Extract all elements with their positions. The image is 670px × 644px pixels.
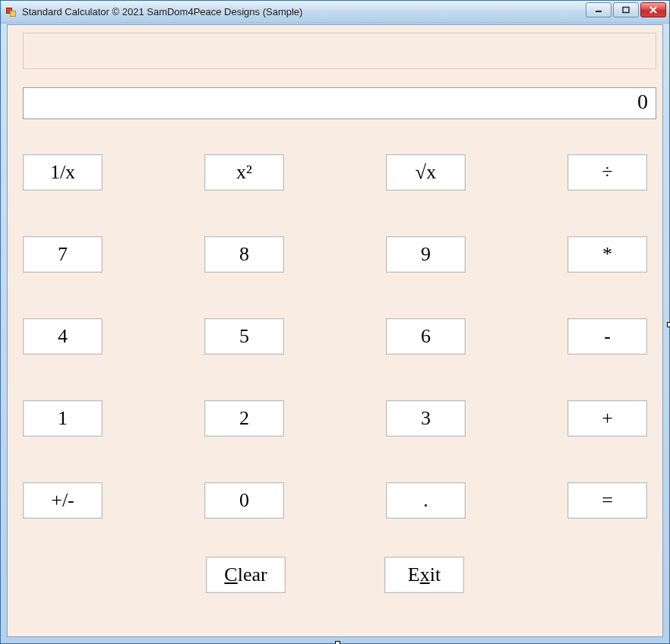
- client-area: 0 1/x x² √x ÷ 7 8 9 * 4 5 6 - 1: [7, 24, 663, 637]
- resize-handle-south[interactable]: [335, 641, 340, 644]
- digit-2-button[interactable]: 2: [204, 400, 284, 437]
- window-controls: [586, 2, 666, 17]
- expression-display: [23, 33, 656, 69]
- digit-4-button[interactable]: 4: [23, 318, 103, 355]
- window-title: Standard Calculator © 2021 SamDom4Peace …: [22, 6, 302, 17]
- subtract-button[interactable]: -: [567, 318, 647, 355]
- app-window: Standard Calculator © 2021 SamDom4Peace …: [0, 0, 670, 644]
- clear-button[interactable]: Clear: [206, 557, 286, 593]
- app-icon: [5, 6, 17, 18]
- decimal-button[interactable]: .: [386, 482, 466, 519]
- digit-6-button[interactable]: 6: [386, 318, 466, 355]
- digit-1-button[interactable]: 1: [23, 400, 103, 437]
- exit-button[interactable]: Exit: [384, 557, 464, 593]
- square-button[interactable]: x²: [204, 154, 284, 191]
- close-button[interactable]: [640, 2, 666, 17]
- digit-5-button[interactable]: 5: [204, 318, 284, 355]
- digit-0-button[interactable]: 0: [204, 482, 284, 519]
- result-display: 0: [23, 87, 656, 119]
- digit-8-button[interactable]: 8: [204, 236, 284, 273]
- svg-rect-1: [623, 8, 629, 13]
- sqrt-button[interactable]: √x: [386, 154, 466, 191]
- resize-handle-east[interactable]: [667, 322, 670, 327]
- divide-button[interactable]: ÷: [567, 154, 647, 191]
- add-button[interactable]: +: [567, 400, 647, 437]
- maximize-button[interactable]: [613, 2, 639, 17]
- digit-9-button[interactable]: 9: [386, 236, 466, 273]
- reciprocal-button[interactable]: 1/x: [23, 154, 103, 191]
- multiply-button[interactable]: *: [567, 236, 647, 273]
- digit-3-button[interactable]: 3: [386, 400, 466, 437]
- digit-7-button[interactable]: 7: [23, 236, 103, 273]
- negate-button[interactable]: +/-: [23, 482, 103, 519]
- keypad: 1/x x² √x ÷ 7 8 9 * 4 5 6 - 1 2 3 +: [23, 154, 647, 621]
- minimize-button[interactable]: [586, 2, 612, 17]
- titlebar[interactable]: Standard Calculator © 2021 SamDom4Peace …: [1, 1, 669, 24]
- equals-button[interactable]: =: [567, 482, 647, 519]
